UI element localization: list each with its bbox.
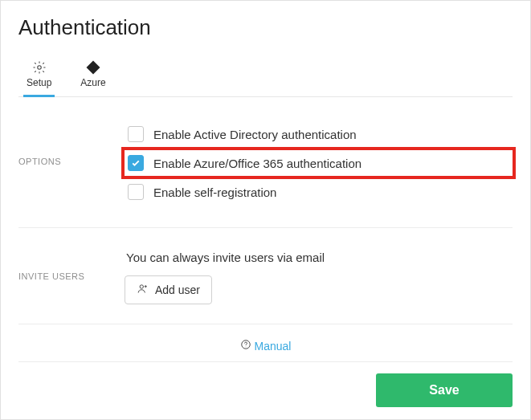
checkbox-enable-ad[interactable]: Enable Active Directory authentication: [125, 121, 513, 147]
gear-icon: [32, 58, 47, 77]
question-circle-icon: [240, 339, 251, 353]
manual-label: Manual: [255, 340, 292, 353]
section-label-options: OPTIONS: [18, 118, 125, 208]
manual-link-row: Manual: [18, 324, 513, 362]
checkbox-box-checked: [128, 155, 144, 171]
auth-settings-panel: Authentication Setup Azure OPTIONS Enabl…: [0, 0, 531, 420]
svg-point-3: [245, 347, 246, 348]
tab-label-setup: Setup: [27, 77, 51, 88]
checkbox-label: Enable Active Directory authentication: [153, 128, 357, 141]
tab-setup[interactable]: Setup: [23, 58, 55, 97]
footer: Save: [18, 362, 513, 407]
section-label-invite: INVITE USERS: [18, 249, 125, 304]
checkbox-label: Enable self-registration: [153, 186, 276, 199]
section-options: OPTIONS Enable Active Directory authenti…: [18, 97, 513, 228]
tab-azure[interactable]: Azure: [77, 58, 108, 97]
checkbox-box: [128, 126, 144, 142]
diamond-icon: [88, 58, 98, 77]
save-button[interactable]: Save: [376, 373, 513, 407]
section-invite-users: INVITE USERS You can always invite users…: [18, 228, 513, 324]
tabs: Setup Azure: [18, 58, 513, 97]
checkbox-box: [128, 184, 144, 200]
add-user-label: Add user: [155, 283, 200, 296]
tab-label-azure: Azure: [80, 77, 105, 88]
manual-link[interactable]: Manual: [240, 339, 292, 353]
add-user-button[interactable]: Add user: [125, 275, 212, 304]
svg-point-0: [37, 66, 41, 70]
checkbox-enable-self-registration[interactable]: Enable self-registration: [125, 179, 513, 205]
invite-hint: You can always invite users via email: [126, 251, 513, 264]
svg-point-1: [140, 285, 143, 288]
checkbox-enable-azure[interactable]: Enable Azure/Office 365 authentication: [125, 150, 513, 176]
person-plus-icon: [137, 283, 149, 297]
page-title: Authentication: [18, 15, 513, 40]
checkbox-label: Enable Azure/Office 365 authentication: [153, 157, 361, 170]
